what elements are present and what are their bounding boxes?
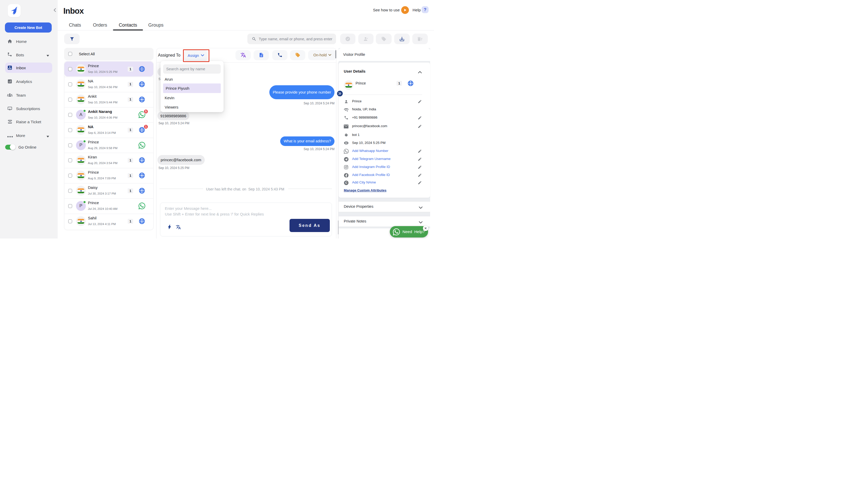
svg-text:C: C [345,181,347,184]
